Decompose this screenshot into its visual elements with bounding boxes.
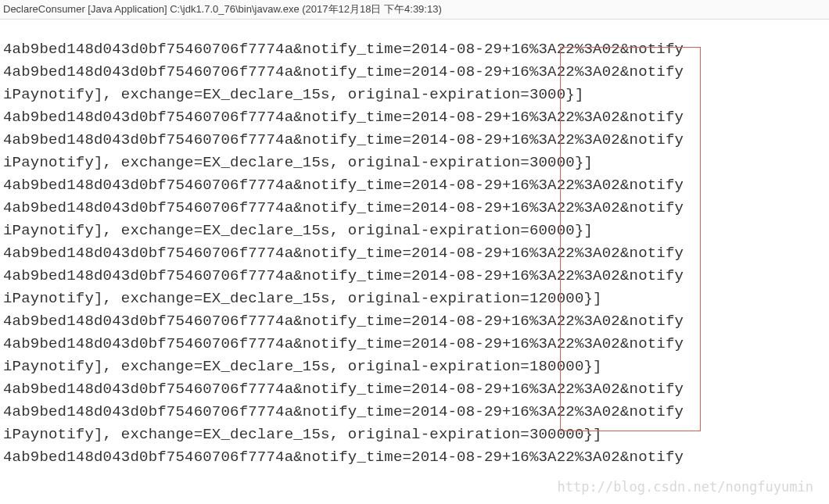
console-line: 4ab9bed148d043d0bf75460706f7774a&notify_…	[3, 174, 829, 197]
console-line: iPaynotify], exchange=EX_declare_15s, or…	[3, 152, 829, 174]
console-line: iPaynotify], exchange=EX_declare_15s, or…	[3, 424, 829, 446]
console-line: iPaynotify], exchange=EX_declare_15s, or…	[3, 84, 829, 106]
watermark-text: http://blog.csdn.net/nongfuyumin	[557, 479, 813, 495]
console-title-bar: DeclareConsumer [Java Application] C:\jd…	[0, 0, 829, 20]
console-line: iPaynotify], exchange=EX_declare_15s, or…	[3, 220, 829, 242]
console-line: 4ab9bed148d043d0bf75460706f7774a&notify_…	[3, 333, 829, 356]
console-line: iPaynotify], exchange=EX_declare_15s, or…	[3, 288, 829, 310]
console-line: 4ab9bed148d043d0bf75460706f7774a&notify_…	[3, 106, 829, 129]
console-line: iPaynotify], exchange=EX_declare_15s, or…	[3, 356, 829, 378]
console-line: 4ab9bed148d043d0bf75460706f7774a&notify_…	[3, 265, 829, 288]
console-output[interactable]: 4ab9bed148d043d0bf75460706f7774a&notify_…	[0, 38, 829, 469]
console-line: 4ab9bed148d043d0bf75460706f7774a&notify_…	[3, 401, 829, 424]
console-line: 4ab9bed148d043d0bf75460706f7774a&notify_…	[3, 378, 829, 401]
console-title-text: DeclareConsumer [Java Application] C:\jd…	[3, 3, 442, 15]
console-line: 4ab9bed148d043d0bf75460706f7774a&notify_…	[3, 242, 829, 265]
console-line: 4ab9bed148d043d0bf75460706f7774a&notify_…	[3, 38, 829, 61]
console-line: 4ab9bed148d043d0bf75460706f7774a&notify_…	[3, 310, 829, 333]
console-line: 4ab9bed148d043d0bf75460706f7774a&notify_…	[3, 61, 829, 84]
console-line: 4ab9bed148d043d0bf75460706f7774a&notify_…	[3, 446, 829, 469]
console-line: 4ab9bed148d043d0bf75460706f7774a&notify_…	[3, 129, 829, 152]
console-line: 4ab9bed148d043d0bf75460706f7774a&notify_…	[3, 197, 829, 220]
